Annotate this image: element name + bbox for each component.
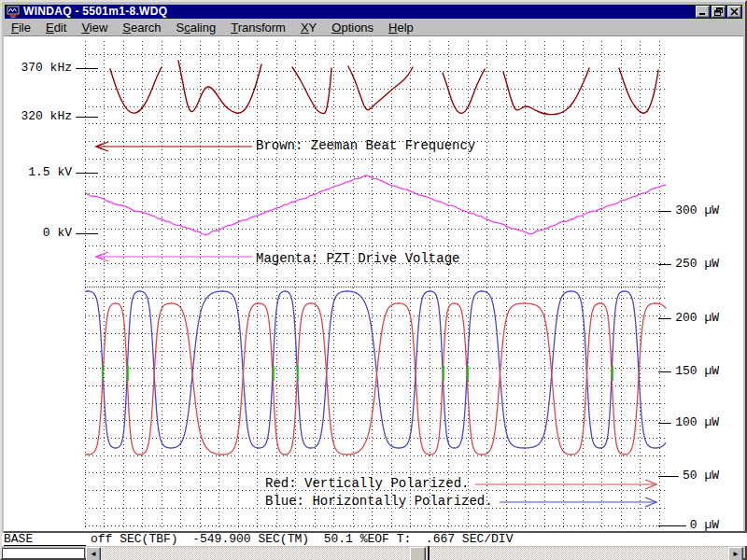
menu-item-options[interactable]: Options bbox=[324, 20, 381, 35]
right-axis-label: 100 µW bbox=[675, 416, 719, 429]
plot-area[interactable] bbox=[4, 37, 743, 532]
menu-item-scaling[interactable]: Scaling bbox=[169, 20, 224, 35]
right-axis-label: 50 µW bbox=[683, 469, 719, 483]
windaq-window: WINDAQ - 5501m1-8.WDQ FileEditViewSearch… bbox=[0, 0, 747, 560]
left-axis-label: 320 kHz bbox=[2, 110, 72, 123]
minimize-button[interactable] bbox=[696, 6, 710, 18]
menu-item-help[interactable]: Help bbox=[381, 20, 421, 35]
menu-item-xy[interactable]: XY bbox=[293, 20, 324, 35]
event-marker-field bbox=[2, 548, 85, 559]
restore-button[interactable] bbox=[712, 6, 726, 18]
right-axis-label: 300 µW bbox=[675, 204, 719, 217]
scroll-right-icon: ► bbox=[732, 550, 740, 558]
window-title: WINDAQ - 5501m1-8.WDQ bbox=[23, 6, 696, 18]
scrollbar-thumb[interactable] bbox=[410, 547, 426, 560]
restore-icon bbox=[714, 7, 723, 16]
menu-item-transform[interactable]: Transform bbox=[223, 20, 293, 35]
close-button[interactable] bbox=[727, 6, 741, 18]
status-base-label: BASE bbox=[4, 533, 86, 546]
right-axis-label: 250 µW bbox=[675, 258, 719, 271]
left-axis-label: 370 kHz bbox=[2, 62, 72, 75]
annotation-zeeman: Brown: Zeeman Beat Frequency bbox=[256, 139, 475, 152]
menu-item-file[interactable]: File bbox=[4, 20, 38, 35]
scroll-right-button[interactable]: ► bbox=[728, 547, 743, 560]
menu-item-view[interactable]: View bbox=[74, 20, 115, 35]
scroll-left-button[interactable]: ◄ bbox=[86, 547, 101, 560]
horizontal-scrollbar[interactable]: ◄ ► bbox=[86, 547, 743, 560]
left-axis-label: 1.5 kV bbox=[2, 166, 72, 179]
right-axis-label: 200 µW bbox=[675, 312, 719, 325]
menu-item-edit[interactable]: Edit bbox=[38, 20, 74, 35]
menu-item-search[interactable]: Search bbox=[115, 20, 168, 35]
status-fields: off SEC(TBF) -549.900 SEC(TM) 50.1 %EOF … bbox=[91, 533, 513, 546]
window-controls bbox=[696, 6, 741, 18]
status-bar: BASE off SEC(TBF) -549.900 SEC(TM) 50.1 … bbox=[2, 533, 747, 546]
scroll-left-icon: ◄ bbox=[90, 550, 97, 558]
close-icon bbox=[730, 7, 739, 16]
scrollbar-position-cursor bbox=[428, 546, 430, 560]
menu-bar: FileEditViewSearchScalingTransformXYOpti… bbox=[4, 20, 743, 36]
right-axis-label: 150 µW bbox=[675, 365, 719, 378]
annotation-pzt: Magenta: PZT Drive Voltage bbox=[256, 252, 459, 265]
left-axis-label: 0 kV bbox=[2, 227, 72, 240]
minimize-icon bbox=[698, 7, 707, 16]
annotation-red: Red: Vertically Polarized. bbox=[265, 477, 469, 490]
title-bar[interactable]: WINDAQ - 5501m1-8.WDQ bbox=[5, 5, 742, 19]
right-axis-label: 0 µW bbox=[690, 519, 719, 532]
annotation-blue: Blue: Horizontally Polarized. bbox=[265, 495, 493, 508]
windaq-app-icon[interactable] bbox=[6, 6, 21, 18]
